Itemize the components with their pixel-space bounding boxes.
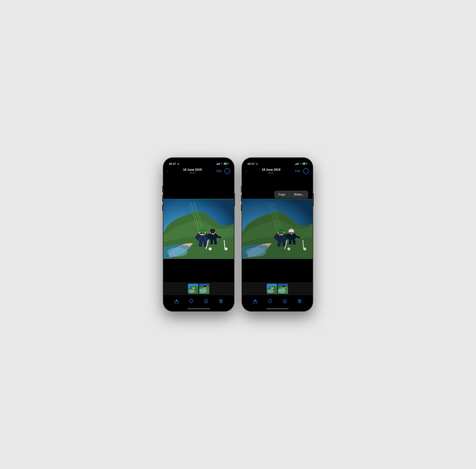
more-button[interactable]: ··· [303,168,309,174]
right-phone: 10:17 🌙 ∿ ⚡ [242,158,313,311]
heart-icon [189,299,194,303]
nav-actions: Edit ··· [295,168,309,174]
nav-bar: ‹ 18 June 2019 02:21 Edit ··· [242,167,313,176]
share-menu-item[interactable]: Share... [289,191,308,199]
paragliding-photo [163,199,234,259]
svg-point-90 [267,289,274,293]
back-button[interactable]: ‹ [246,169,247,173]
notch [187,158,211,164]
home-bar [266,308,289,309]
svg-point-45 [199,288,207,293]
svg-point-43 [192,286,195,288]
left-phone: 10:17 🌙 ∿ ⚡ [163,158,234,311]
signal-icon [216,163,220,165]
thumbnail-2[interactable] [278,284,288,294]
svg-rect-22 [203,233,205,234]
favorite-button[interactable] [268,299,272,303]
battery-icon: ⚡ [224,163,229,165]
nav-photo-time: 02:21 [183,171,202,174]
svg-rect-5 [188,245,188,246]
share-icon [174,299,179,303]
moon-icon: 🌙 [255,163,258,165]
nav-title: 18 June 2019 02:21 [183,168,202,174]
edit-button[interactable]: Edit [216,169,222,173]
share-button[interactable] [253,299,257,303]
edit-button[interactable]: Edit [295,169,300,173]
svg-rect-35 [214,239,217,245]
battery-bolt: ⚡ [304,163,305,164]
svg-rect-20 [200,231,205,233]
photo-area[interactable]: Copy Share... [242,176,313,282]
time-text: 10:17 [247,162,254,165]
photo-container [242,199,313,259]
delete-button[interactable] [219,299,223,303]
back-button[interactable]: ‹ [167,169,169,173]
copy-label: Copy [278,193,285,196]
svg-point-39 [225,248,228,251]
svg-rect-4 [187,244,187,246]
thumbnail-1[interactable] [188,284,198,294]
status-icons: ∿ ⚡ [216,162,229,165]
context-menu: Copy Share... [274,191,308,199]
thumbnail-2[interactable] [199,284,209,294]
svg-point-38 [208,248,212,251]
photo-image[interactable] [163,199,234,259]
photo-image[interactable] [242,199,313,259]
battery-bolt: ⚡ [225,163,227,164]
more-button[interactable]: ··· [224,168,230,174]
svg-point-2 [167,248,188,257]
svg-point-41 [188,289,195,293]
share-label: Share... [294,193,304,196]
nav-date: 18 June 2019 [183,168,202,171]
svg-point-28 [210,229,215,233]
info-button[interactable] [283,299,287,303]
photo-overlay [242,199,313,259]
bottom-toolbar [242,295,313,308]
nav-title: 18 June 2019 02:21 [262,168,281,174]
wifi-icon: ∿ [300,162,301,165]
thumbnail-strip [242,282,313,295]
svg-point-47 [204,285,206,287]
photo-area[interactable] [163,176,234,282]
status-icons: ∿ ⚡ [295,162,307,165]
more-icon: ··· [305,169,307,173]
info-button[interactable] [204,299,208,303]
nav-photo-time: 02:21 [262,171,281,174]
svg-point-94 [278,288,286,293]
home-indicator [163,308,234,311]
svg-rect-21 [200,233,202,234]
signal-icon [295,163,298,165]
nav-date: 18 June 2019 [262,168,281,171]
status-time: 10:17 🌙 [169,162,179,165]
delete-button[interactable] [297,299,302,303]
home-indicator [242,308,313,311]
thumbnail-strip [163,282,234,295]
svg-rect-3 [186,245,186,246]
battery-icon: ⚡ [302,163,307,165]
favorite-button[interactable] [189,299,194,303]
copy-menu-item[interactable]: Copy [274,191,289,199]
svg-rect-30 [213,233,214,233]
nav-bar: ‹ 18 June 2019 02:21 Edit ··· [163,167,234,176]
bottom-toolbar [163,295,234,308]
heart-icon [268,299,272,303]
photo-container [163,199,234,259]
moon-icon: 🌙 [177,163,179,165]
trash-icon [297,299,302,303]
status-time: 10:17 🌙 [247,162,258,165]
svg-rect-29 [211,233,212,233]
share-button[interactable] [174,299,179,303]
notch [265,158,289,164]
info-icon [283,299,287,303]
svg-point-92 [271,286,274,288]
wifi-icon: ∿ [221,162,223,165]
share-icon [253,299,257,303]
time-text: 10:17 [169,162,176,165]
trash-icon [219,299,223,303]
info-icon [204,299,208,303]
svg-point-96 [282,285,285,287]
nav-actions: Edit ··· [216,168,230,174]
thumbnail-1[interactable] [267,284,277,294]
home-bar [187,308,210,309]
more-icon: ··· [226,169,228,173]
